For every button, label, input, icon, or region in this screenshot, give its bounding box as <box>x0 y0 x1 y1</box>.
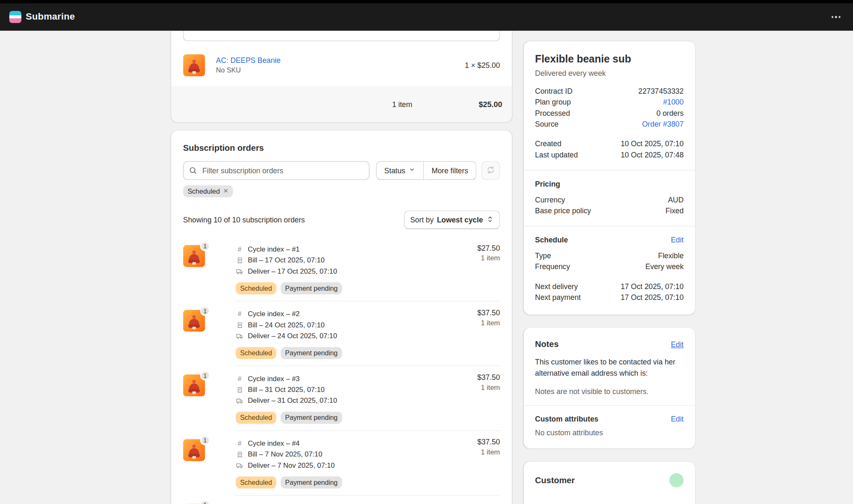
sort-value: Lowest cycle <box>437 216 483 224</box>
order-item-count: 1 item <box>477 383 500 392</box>
quantity-badge: 1 <box>200 241 210 251</box>
custom-attributes-edit-link[interactable]: Edit <box>671 415 684 423</box>
detail-row-contract-id: Contract ID 22737453332 <box>535 86 684 97</box>
deliver-date: Deliver – 17 Oct 2025, 07:10 <box>248 266 337 277</box>
search-box <box>183 161 369 180</box>
detail-label: Processed <box>535 108 570 119</box>
plan-group-link[interactable]: #1000 <box>663 97 683 108</box>
order-thumbnail: 1 <box>183 374 205 397</box>
beanie-image <box>183 54 205 76</box>
refresh-button[interactable] <box>481 161 500 180</box>
app-name: Submarine <box>26 12 75 22</box>
summary-total: $25.00 <box>412 100 502 109</box>
deliver-date: Deliver – 24 Oct 2025, 07:10 <box>248 331 337 342</box>
cycle-index: Cycle index – #1 <box>248 244 300 255</box>
order-price: $37.50 <box>477 438 500 447</box>
detail-label: Contract ID <box>535 86 573 97</box>
contract-subtitle: Delivered every week <box>535 69 684 77</box>
custom-attributes-empty: No custom attributes <box>535 429 684 437</box>
close-icon[interactable] <box>223 187 229 195</box>
created-row: Created 10 Oct 2025, 07:10 <box>535 139 684 150</box>
frequency-row: Frequency Every week <box>535 262 684 272</box>
product-title-link[interactable]: AC: DEEPS Beanie <box>216 57 281 65</box>
order-item-count: 1 item <box>477 448 500 456</box>
order-row-5[interactable]: 1 #Cycle index – #5 Bill – 14 Nov 2025, … <box>183 496 500 504</box>
receipt-icon <box>236 257 243 264</box>
search-icon <box>189 166 197 177</box>
filter-orders-input[interactable] <box>183 161 369 180</box>
more-filters-button[interactable]: More filters <box>423 161 476 180</box>
divider <box>524 170 695 170</box>
hash-icon: # <box>236 438 243 449</box>
quantity-badge: 1 <box>200 371 210 381</box>
hash-icon: # <box>236 373 243 384</box>
detail-value: 0 orders <box>656 108 683 119</box>
sort-by-label: Sort by <box>410 216 434 224</box>
notes-title: Notes <box>535 339 559 349</box>
status-filter-button[interactable]: Status <box>376 161 424 180</box>
order-row-1[interactable]: 1 #Cycle index – #1 Bill – 17 Oct 2025, … <box>183 237 500 302</box>
detail-row-source: Source Order #3807 <box>535 119 684 130</box>
payment-badge: Payment pending <box>281 347 342 359</box>
payment-badge: Payment pending <box>281 477 342 489</box>
detail-label: Base price policy <box>535 206 591 217</box>
cycle-index: Cycle index – #2 <box>248 309 300 319</box>
app-brand[interactable]: Submarine <box>9 11 75 23</box>
status-badge: Scheduled <box>236 347 277 359</box>
detail-label: Last updated <box>535 150 578 160</box>
detail-value: AUD <box>668 195 684 205</box>
filter-chip-label: Scheduled <box>187 187 220 195</box>
overflow-menu-button[interactable] <box>828 13 844 21</box>
product-info: AC: DEEPS Beanie No SKU <box>216 57 281 74</box>
detail-label: Created <box>535 139 561 150</box>
kebab-menu-icon <box>831 16 840 18</box>
order-row-3[interactable]: 1 #Cycle index – #3 Bill – 31 Oct 2025, … <box>183 366 500 431</box>
sort-button[interactable]: Sort by Lowest cycle <box>404 210 500 229</box>
contract-title: Flexible beanie sub <box>535 52 684 66</box>
orders-card-title: Subscription orders <box>183 142 500 153</box>
quantity-badge: 1 <box>200 435 210 445</box>
type-row: Type Flexible <box>535 251 684 262</box>
truck-icon <box>236 332 243 340</box>
detail-label: Source <box>535 119 559 130</box>
last-updated-row: Last updated 10 Oct 2025, 07:48 <box>535 150 684 160</box>
more-filters-label: More filters <box>431 166 468 175</box>
detail-value: Fixed <box>666 206 683 217</box>
order-price: $27.50 <box>477 244 500 252</box>
hash-icon: # <box>236 244 243 255</box>
schedule-edit-link[interactable]: Edit <box>671 236 684 244</box>
main-column: AC: DEEPS Beanie No SKU 1 × $25.00 1 ite… <box>171 31 512 504</box>
filter-chip-scheduled[interactable]: Scheduled <box>183 185 233 197</box>
source-order-link[interactable]: Order #3807 <box>642 119 684 130</box>
detail-value: Every week <box>645 262 683 272</box>
submarine-logo-icon <box>9 11 21 23</box>
order-row-2[interactable]: 1 #Cycle index – #2 Bill – 24 Oct 2025, … <box>183 302 500 366</box>
notes-edit-link[interactable]: Edit <box>671 340 684 349</box>
next-delivery-row: Next delivery 17 Oct 2025, 07:10 <box>535 281 684 292</box>
status-badge: Scheduled <box>236 282 277 294</box>
updown-chevrons-icon <box>486 215 494 225</box>
order-item-count: 1 item <box>477 254 500 262</box>
bill-date: Bill – 31 Oct 2025, 07:10 <box>248 384 324 395</box>
detail-label: Next delivery <box>535 281 578 292</box>
orders-filter-bar: Status More filters <box>183 161 500 180</box>
order-row-4[interactable]: 1 #Cycle index – #4 Bill – 7 Nov 2025, 0… <box>183 431 500 496</box>
currency-row: Currency AUD <box>535 195 684 205</box>
payment-badge: Payment pending <box>281 282 342 294</box>
line-item-row: AC: DEEPS Beanie No SKU 1 × $25.00 <box>183 54 500 76</box>
order-thumbnail: 1 <box>183 310 205 332</box>
applied-filters: Scheduled <box>183 185 500 197</box>
bill-date: Bill – 7 Nov 2025, 07:10 <box>248 449 322 460</box>
receipt-icon <box>236 451 243 458</box>
deliver-date: Deliver – 31 Oct 2025, 07:10 <box>248 395 337 406</box>
next-payment-row: Next payment 17 Oct 2025, 07:10 <box>535 292 684 303</box>
order-item-count: 1 item <box>477 319 500 327</box>
pricing-heading: Pricing <box>535 180 560 188</box>
order-price: $37.50 <box>477 373 500 382</box>
detail-value: Flexible <box>658 251 683 262</box>
line-items-summary: 1 item $25.00 <box>171 86 512 122</box>
bill-date: Bill – 24 Oct 2025, 07:10 <box>248 319 324 330</box>
chevron-down-icon <box>409 166 416 175</box>
clipped-panel <box>183 31 500 41</box>
filter-button-group: Status More filters <box>376 161 476 180</box>
